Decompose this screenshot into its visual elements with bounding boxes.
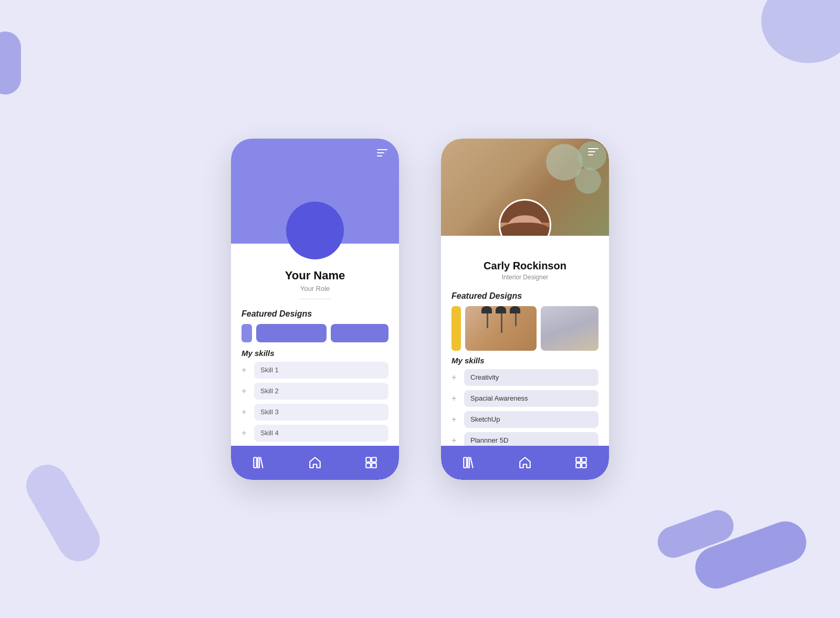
svg-rect-7 xyxy=(468,457,469,468)
svg-rect-0 xyxy=(254,457,257,468)
skill-bar: Plannner 5D xyxy=(464,432,598,446)
featured-title-2: Featured Designs xyxy=(452,291,598,301)
plant-deco-3 xyxy=(575,167,601,194)
avatar xyxy=(499,199,551,236)
skill-bar: Skill 3 xyxy=(254,404,388,421)
skills-title: My skills xyxy=(242,349,388,358)
phones-container: Your Name Your Role Featured Designs My … xyxy=(231,139,609,480)
avatar-hair-sides xyxy=(500,223,550,236)
svg-rect-2 xyxy=(366,457,371,462)
list-item: + SketchUp xyxy=(452,411,598,428)
lamp-2 xyxy=(501,306,502,333)
name-text: Your Name xyxy=(285,269,345,282)
role-text: Your Role xyxy=(300,285,330,292)
bottom-nav-2 xyxy=(441,446,609,480)
nav-grid[interactable] xyxy=(362,453,381,472)
nav-library-2[interactable] xyxy=(459,453,478,472)
svg-rect-9 xyxy=(582,457,586,462)
svg-rect-8 xyxy=(576,457,581,462)
lamp-3 xyxy=(515,306,517,326)
svg-rect-3 xyxy=(372,457,376,462)
role-text: Interior Designer xyxy=(502,274,549,281)
phone2-header xyxy=(441,139,609,236)
list-item: + Plannner 5D xyxy=(452,432,598,446)
svg-rect-1 xyxy=(258,457,259,468)
blob-bottom-left xyxy=(18,457,107,569)
menu-button-2[interactable] xyxy=(588,148,598,155)
skill-bar: SketchUp xyxy=(464,411,598,428)
lamp-shade-2 xyxy=(496,306,506,313)
plus-icon: + xyxy=(242,429,250,437)
menu-button[interactable] xyxy=(377,149,387,156)
lamp-shade-3 xyxy=(510,306,520,313)
skills-title-2: My skills xyxy=(452,356,598,365)
lamp-shade-1 xyxy=(481,306,492,313)
featured-title: Featured Designs xyxy=(242,309,312,319)
skills-section-2: My skills + Creativity + Spacial Awarene… xyxy=(452,356,598,446)
plus-icon: + xyxy=(242,366,250,374)
phone-filled: Carly Rockinson Interior Designer Featur… xyxy=(441,139,609,480)
skill-bar: Creativity xyxy=(464,369,598,386)
skills-section: My skills + Skill 1 + Skill 2 + Skill 3 … xyxy=(242,349,388,446)
phone-template: Your Name Your Role Featured Designs My … xyxy=(231,139,399,480)
plus-icon: + xyxy=(452,415,460,424)
featured-item-large xyxy=(256,324,327,342)
blob-top-left xyxy=(0,32,21,95)
plus-icon: + xyxy=(242,408,250,416)
phone1-body: Your Name Your Role Featured Designs My … xyxy=(231,244,399,446)
list-item: + Creativity xyxy=(452,369,598,386)
skill-bar: Skill 2 xyxy=(254,383,388,400)
lamp-1 xyxy=(487,306,488,329)
list-item: + Skill 4 xyxy=(242,425,388,442)
skill-bar: Spacial Awareness xyxy=(464,390,598,407)
phone2-body: Carly Rockinson Interior Designer Featur… xyxy=(441,236,609,446)
plus-icon: + xyxy=(452,373,460,382)
list-item: + Skill 2 xyxy=(242,383,388,400)
list-item: + Skill 3 xyxy=(242,404,388,421)
featured-yellow-strip xyxy=(452,306,461,351)
svg-rect-6 xyxy=(464,457,467,468)
skill-bar: Skill 1 xyxy=(254,362,388,379)
svg-rect-10 xyxy=(576,463,581,468)
plus-icon: + xyxy=(452,394,460,403)
featured-item-medium xyxy=(331,324,388,342)
featured-section: Featured Designs xyxy=(452,287,598,351)
featured-photo-1 xyxy=(465,306,537,351)
skill-bar: Skill 4 xyxy=(254,425,388,442)
plus-icon: + xyxy=(452,436,460,445)
svg-rect-5 xyxy=(372,463,376,468)
featured-photo-2 xyxy=(541,306,598,351)
list-item: + Spacial Awareness xyxy=(452,390,598,407)
nav-home[interactable] xyxy=(306,453,324,472)
avatar-placeholder xyxy=(286,202,344,259)
featured-item-small xyxy=(242,324,252,342)
nav-grid-2[interactable] xyxy=(572,453,591,472)
plus-icon: + xyxy=(242,387,250,395)
blob-top-right xyxy=(761,0,840,63)
name-text: Carly Rockinson xyxy=(484,260,566,272)
nav-home-2[interactable] xyxy=(516,453,534,472)
svg-rect-4 xyxy=(366,463,371,468)
avatar-face xyxy=(500,201,550,236)
plant-deco-2 xyxy=(578,141,606,170)
svg-rect-11 xyxy=(582,463,586,468)
bottom-nav xyxy=(231,446,399,480)
featured-designs-2 xyxy=(452,306,598,351)
nav-library[interactable] xyxy=(249,453,268,472)
phone1-header xyxy=(231,139,399,244)
featured-designs xyxy=(242,324,388,342)
list-item: + Skill 1 xyxy=(242,362,388,379)
